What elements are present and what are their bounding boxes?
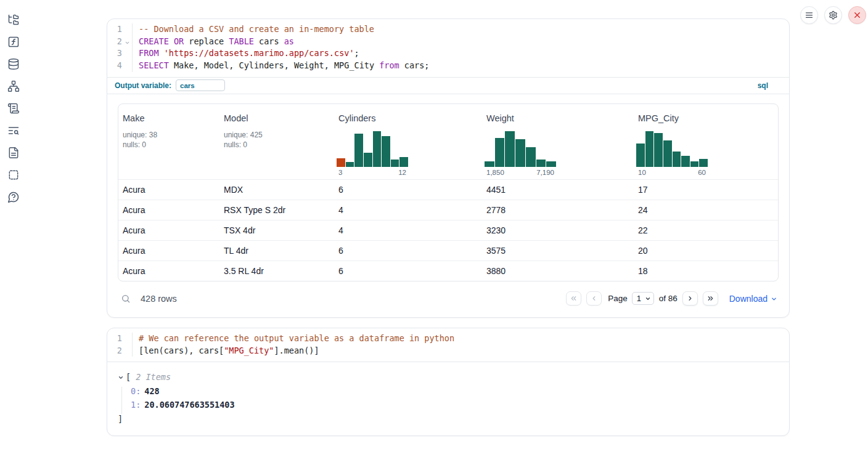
sql-output-area: Make unique: 38 nulls: 0 Model unique: 4… bbox=[107, 94, 789, 317]
code-line: 2 [len(cars), cars["MPG_City"].mean()] bbox=[107, 345, 789, 357]
dependencies-icon[interactable] bbox=[6, 79, 21, 94]
histogram-bar bbox=[346, 162, 354, 167]
histogram-bar bbox=[536, 160, 546, 167]
code-token: Make, Model, Cylinders, Weight, MPG_City bbox=[169, 60, 379, 70]
code-token: cars bbox=[254, 36, 284, 46]
settings-button[interactable] bbox=[824, 6, 842, 24]
menu-button[interactable] bbox=[800, 6, 818, 24]
cell-cylinders: 4 bbox=[334, 225, 482, 235]
stat-unique: unique: 425 bbox=[224, 130, 334, 140]
tree-value: 428 bbox=[144, 386, 159, 396]
cell-weight: 3230 bbox=[482, 225, 634, 235]
search-icon bbox=[121, 294, 131, 304]
histogram-bar bbox=[636, 144, 645, 167]
cell-mpg-city: 18 bbox=[634, 266, 778, 276]
download-button[interactable]: Download bbox=[729, 294, 777, 304]
menu-icon bbox=[805, 10, 814, 20]
cell-mpg-city: 20 bbox=[634, 246, 778, 256]
cell-weight: 2778 bbox=[482, 205, 634, 215]
table-header: Make unique: 38 nulls: 0 Model unique: 4… bbox=[118, 104, 778, 179]
data-table: Make unique: 38 nulls: 0 Model unique: 4… bbox=[118, 103, 779, 281]
cell-cylinders: 4 bbox=[334, 205, 482, 215]
previous-page-button[interactable] bbox=[586, 291, 602, 305]
table-body: Acura MDX 6 4451 17 Acura RSX Type S 2dr… bbox=[118, 179, 778, 281]
column-header-model[interactable]: Model unique: 425 nulls: 0 bbox=[219, 104, 334, 179]
items-count-label: 2 Items bbox=[136, 370, 171, 384]
code-token: CREATE OR bbox=[139, 36, 184, 46]
snippets-icon[interactable] bbox=[6, 168, 21, 182]
histogram-bar bbox=[699, 159, 708, 167]
python-code-editor[interactable]: 1 # We can reference the output variable… bbox=[107, 328, 789, 362]
tracing-icon[interactable] bbox=[6, 123, 21, 138]
code-token bbox=[159, 48, 164, 58]
first-page-button[interactable] bbox=[566, 291, 581, 305]
histogram-bar bbox=[337, 158, 345, 167]
table-row[interactable]: Acura MDX 6 4451 17 bbox=[118, 179, 778, 200]
collapse-chevron-icon[interactable] bbox=[118, 374, 126, 381]
open-bracket: [ bbox=[126, 370, 131, 384]
code-token: [len(cars), cars[ bbox=[139, 346, 224, 355]
stat-nulls: nulls: 0 bbox=[224, 140, 334, 150]
table-row[interactable]: Acura TL 4dr 6 3575 20 bbox=[118, 240, 778, 261]
column-header-make[interactable]: Make unique: 38 nulls: 0 bbox=[118, 104, 219, 179]
sql-code-editor[interactable]: 1 -- Download a CSV and create an in-mem… bbox=[107, 19, 789, 77]
output-variable-input[interactable] bbox=[176, 79, 225, 91]
code-token: ].mean()] bbox=[274, 346, 319, 355]
column-header-weight[interactable]: Weight 1,850 7,190 bbox=[482, 104, 634, 179]
documentation-icon[interactable] bbox=[6, 145, 21, 160]
code-line: 3 FROM 'https://datasets.marimo.app/cars… bbox=[107, 47, 789, 60]
cell-weight: 3575 bbox=[482, 246, 634, 256]
fold-chevron-icon[interactable] bbox=[122, 36, 132, 48]
code-token: as bbox=[284, 36, 294, 46]
page-select-value: 1 bbox=[637, 294, 641, 303]
weight-histogram: 1,850 7,190 bbox=[485, 131, 556, 176]
hist-x-min: 1,850 bbox=[486, 169, 504, 176]
code-token: cars; bbox=[399, 60, 430, 70]
hist-x-min: 10 bbox=[638, 169, 646, 176]
hist-x-max: 7,190 bbox=[536, 169, 554, 176]
cell-make: Acura bbox=[118, 266, 219, 276]
histogram-bar bbox=[673, 152, 681, 166]
close-button[interactable] bbox=[848, 6, 866, 24]
left-panel-sidebar bbox=[0, 0, 27, 449]
column-header-cylinders[interactable]: Cylinders 3 12 bbox=[334, 104, 482, 179]
histogram-bar bbox=[663, 140, 672, 166]
cell-mpg-city: 24 bbox=[634, 205, 778, 215]
cell-make: Acura bbox=[118, 185, 219, 195]
hist-x-min: 3 bbox=[338, 169, 342, 176]
search-button[interactable] bbox=[119, 292, 133, 305]
cell-mpg-city: 22 bbox=[634, 225, 778, 235]
histogram-bar bbox=[485, 161, 494, 167]
last-page-button[interactable] bbox=[703, 291, 718, 305]
variables-icon[interactable] bbox=[6, 34, 21, 49]
code-token: SELECT bbox=[139, 60, 169, 70]
cylinders-histogram: 3 12 bbox=[337, 131, 408, 176]
row-count: 428 rows bbox=[141, 294, 177, 304]
tree-key: 0: bbox=[131, 386, 141, 396]
notebook-actions bbox=[800, 6, 866, 24]
chevron-left-icon bbox=[590, 294, 598, 302]
sql-cell: 1 -- Download a CSV and create an in-mem… bbox=[107, 18, 790, 318]
column-header-mpg-city[interactable]: MPG_City 10 60 bbox=[634, 104, 778, 179]
help-chat-icon[interactable] bbox=[6, 190, 21, 204]
page-select[interactable]: 1 bbox=[632, 292, 654, 305]
table-row[interactable]: Acura RSX Type S 2dr 4 2778 24 bbox=[118, 200, 778, 220]
cell-cylinders: 6 bbox=[334, 185, 482, 195]
histogram-bar bbox=[364, 153, 372, 167]
histogram-bar bbox=[654, 133, 663, 167]
histogram-bar bbox=[354, 134, 363, 166]
logs-icon[interactable] bbox=[6, 101, 21, 116]
language-badge[interactable]: sql bbox=[758, 81, 768, 90]
tree-entry: 1:20.060747663551403 bbox=[118, 398, 779, 412]
code-token: FROM bbox=[139, 48, 159, 58]
code-token: 'https://datasets.marimo.app/cars.csv' bbox=[164, 48, 354, 58]
table-row[interactable]: Acura TSX 4dr 4 3230 22 bbox=[118, 220, 778, 240]
line-number: 4 bbox=[107, 60, 122, 72]
file-explorer-icon[interactable] bbox=[6, 12, 21, 27]
table-row[interactable]: Acura 3.5 RL 4dr 6 3880 18 bbox=[118, 261, 778, 281]
cell-model: TL 4dr bbox=[219, 246, 334, 256]
next-page-button[interactable] bbox=[682, 291, 698, 305]
data-sources-icon[interactable] bbox=[6, 57, 21, 71]
tree-entry: 0:428 bbox=[118, 384, 779, 398]
cell-cylinders: 6 bbox=[334, 246, 482, 256]
